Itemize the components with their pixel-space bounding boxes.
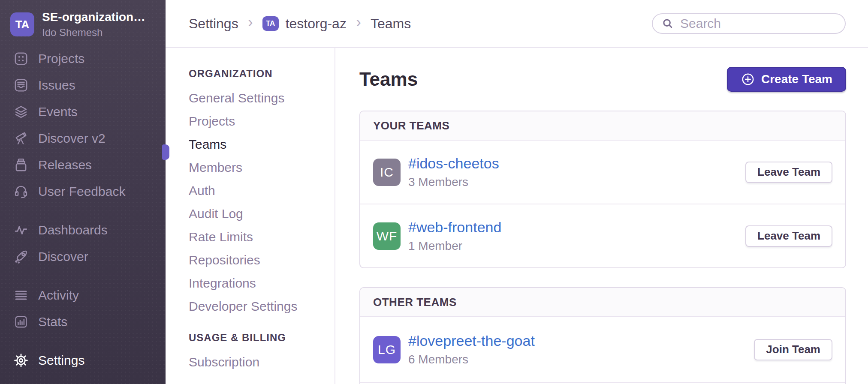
settings-nav-section-header: ORGANIZATION (189, 68, 335, 80)
sidebar-item-label: Releases (38, 158, 92, 172)
sidebar-item-label: Issues (38, 78, 75, 93)
title-row: Teams Create Team (359, 67, 846, 92)
breadcrumb-current: Teams (371, 16, 411, 32)
settings-nav: ORGANIZATION General Settings Projects T… (166, 48, 335, 384)
sidebar-item-releases[interactable]: Releases (0, 152, 166, 178)
create-team-label: Create Team (761, 72, 832, 86)
telescope-icon (13, 131, 29, 146)
team-row-lovepreet-the-goat: LG #lovepreet-the-goat 6 Members Join Te… (360, 317, 845, 382)
leave-team-button[interactable]: Leave Team (745, 225, 832, 247)
org-avatar: TA (10, 12, 34, 36)
team-member-count: 3 Members (408, 175, 745, 189)
page-title: Teams (359, 69, 418, 90)
sidebar-item-user-feedback[interactable]: User Feedback (0, 178, 166, 205)
sidebar-item-label: Activity (38, 288, 79, 303)
sidebar-item-stats[interactable]: Stats (0, 309, 166, 335)
settings-nav-section-header: USAGE & BILLING (189, 332, 335, 344)
team-info: #idos-cheetos 3 Members (408, 155, 745, 189)
team-row-idos-cheetos: IC #idos-cheetos 3 Members Leave Team (360, 141, 845, 204)
settings-nav-item-repositories[interactable]: Repositories (189, 249, 335, 272)
releases-icon (13, 157, 29, 173)
team-member-count: 1 Member (408, 239, 745, 253)
leave-team-button[interactable]: Leave Team (745, 162, 832, 183)
active-nav-indicator (162, 144, 169, 160)
settings-nav-item-auth[interactable]: Auth (189, 179, 335, 202)
settings-nav-item-audit-log[interactable]: Audit Log (189, 202, 335, 225)
gear-icon (13, 353, 29, 368)
team-member-count: 6 Members (408, 353, 754, 366)
main-content: Teams Create Team YOUR TEAMS (335, 48, 868, 384)
other-teams-panel: OTHER TEAMS LG #lovepreet-the-goat 6 Mem… (359, 287, 846, 384)
settings-nav-item-general-settings[interactable]: General Settings (189, 87, 335, 110)
topbar: Settings › TA testorg-az › Teams (166, 0, 868, 48)
search-icon (661, 17, 674, 30)
rocket-icon (13, 249, 29, 264)
sidebar-item-dashboards[interactable]: Dashboards (0, 217, 166, 243)
search-input[interactable] (680, 16, 836, 31)
settings-nav-item-subscription[interactable]: Subscription (189, 351, 335, 374)
breadcrumb: Settings › TA testorg-az › Teams (189, 13, 411, 34)
org-meta: SE-organization… Ido Shemesh (42, 10, 145, 39)
org-name: SE-organization… (42, 10, 145, 24)
breadcrumb-org[interactable]: TA testorg-az (262, 16, 347, 32)
sidebar-item-events[interactable]: Events (0, 99, 166, 125)
org-badge: TA (262, 16, 279, 31)
team-name-link[interactable]: #web-frontend (408, 219, 745, 236)
list-lines-icon (13, 288, 29, 303)
team-name-link[interactable]: #idos-cheetos (408, 155, 745, 172)
sidebar-group-gap (0, 335, 166, 347)
sidebar-item-label: User Feedback (38, 184, 125, 199)
team-info: #lovepreet-the-goat 6 Members (408, 333, 754, 366)
chevron-right-icon: › (248, 13, 253, 31)
breadcrumb-settings[interactable]: Settings (189, 16, 238, 32)
join-team-button[interactable]: Join Team (754, 339, 832, 360)
app-window: TA SE-organization… Ido Shemesh Project (0, 0, 868, 384)
sidebar-item-discover-v2[interactable]: Discover v2 (0, 125, 166, 152)
settings-nav-item-teams[interactable]: Teams (189, 133, 335, 156)
create-team-button[interactable]: Create Team (727, 67, 846, 92)
sidebar-item-issues[interactable]: Issues (0, 72, 166, 99)
settings-nav-item-projects[interactable]: Projects (189, 110, 335, 133)
plus-circle-icon (741, 72, 755, 87)
team-row-web-frontend: WF #web-frontend 1 Member Leave Team (360, 204, 845, 267)
sidebar: TA SE-organization… Ido Shemesh Project (0, 0, 166, 384)
issues-icon (13, 78, 29, 93)
headset-icon (13, 184, 29, 199)
sidebar-item-discover[interactable]: Discover (0, 243, 166, 270)
sidebar-item-projects[interactable]: Projects (0, 45, 166, 72)
sidebar-item-label: Dashboards (38, 223, 108, 237)
events-icon (13, 104, 29, 120)
sidebar-item-activity[interactable]: Activity (0, 282, 166, 309)
settings-nav-item-developer-settings[interactable]: Developer Settings (189, 295, 335, 318)
sidebar-item-label: Discover v2 (38, 131, 105, 146)
user-name: Ido Shemesh (42, 27, 145, 39)
sidebar-item-settings[interactable]: Settings (0, 347, 166, 374)
sidebar-nav: Projects Issues (0, 45, 166, 374)
breadcrumb-org-label: testorg-az (286, 16, 347, 32)
team-info: #web-frontend 1 Member (408, 219, 745, 253)
pulse-icon (13, 222, 29, 238)
settings-nav-item-integrations[interactable]: Integrations (189, 272, 335, 295)
search-box[interactable] (652, 13, 846, 34)
sidebar-group-gap (0, 205, 166, 217)
sidebar-item-label: Discover (38, 249, 88, 264)
settings-nav-item-rate-limits[interactable]: Rate Limits (189, 225, 335, 249)
right-pane: Settings › TA testorg-az › Teams (166, 0, 868, 384)
sidebar-item-label: Projects (38, 51, 84, 66)
panel-header: YOUR TEAMS (360, 111, 845, 141)
team-avatar: WF (373, 222, 401, 250)
sidebar-item-label: Stats (38, 315, 67, 329)
content-row: ORGANIZATION General Settings Projects T… (166, 48, 868, 384)
projects-icon (13, 51, 29, 66)
bar-chart-icon (13, 314, 29, 330)
your-teams-panel: YOUR TEAMS IC #idos-cheetos 3 Members Le… (359, 111, 846, 268)
panel-header: OTHER TEAMS (360, 288, 845, 317)
sidebar-group-gap (0, 270, 166, 282)
team-row-partial (360, 382, 845, 384)
settings-nav-item-members[interactable]: Members (189, 156, 335, 179)
team-avatar: IC (373, 159, 401, 186)
team-avatar: LG (373, 336, 401, 363)
sidebar-item-label: Settings (38, 353, 84, 368)
org-switcher[interactable]: TA SE-organization… Ido Shemesh (0, 0, 166, 39)
team-name-link[interactable]: #lovepreet-the-goat (408, 333, 754, 349)
